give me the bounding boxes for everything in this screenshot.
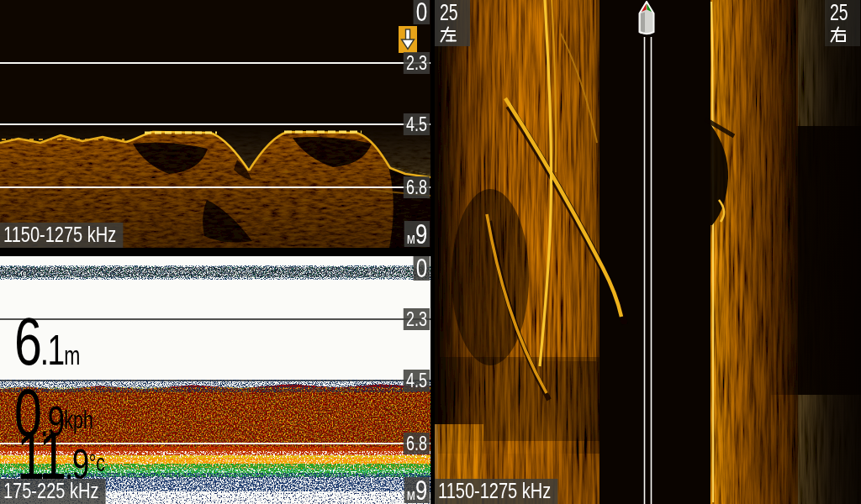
downscan-sonar-image bbox=[0, 0, 430, 248]
depth-scale-0: 0 bbox=[413, 0, 430, 24]
range-badge-right: 25 bbox=[825, 0, 860, 46]
panel-2d-sonar[interactable]: 6.1m 0.9kph 11.9°c 0 2.3 4.5 6.8 м9 175-… bbox=[0, 256, 430, 504]
right-kanji-icon bbox=[830, 26, 847, 43]
down-arrow-icon[interactable] bbox=[399, 26, 417, 53]
depth-scale-1-label: 2.3 bbox=[406, 52, 427, 74]
panel-sidescan[interactable]: 25 25 1150-1275 kHz bbox=[430, 0, 861, 504]
boat-icon bbox=[636, 1, 658, 36]
depth-scale-3: 6.8 bbox=[404, 176, 430, 198]
depth-max-label: 9 bbox=[415, 475, 427, 504]
depth-scale-max: м9 bbox=[404, 221, 430, 247]
depth-scale-2-label: 4.5 bbox=[406, 113, 427, 135]
depth-scale-2-label: 4.5 bbox=[406, 370, 427, 391]
depth-scale-0-label: 0 bbox=[415, 256, 426, 283]
depth-unit-label: м bbox=[406, 229, 415, 247]
depth-scale-3-label: 6.8 bbox=[406, 176, 427, 198]
sonar-display: 0 2.3 4.5 6.8 м9 1150-1275 kHz bbox=[0, 0, 861, 504]
depth-scale-1-label: 2.3 bbox=[406, 308, 427, 330]
depth-scale-0-label: 0 bbox=[415, 0, 426, 27]
boat-glyph bbox=[636, 1, 658, 36]
depth-value-dec: .1 bbox=[40, 327, 64, 374]
range-right-value: 25 bbox=[830, 1, 848, 24]
depth-scale-2: 4.5 bbox=[404, 113, 430, 135]
depth-value-unit: m bbox=[64, 341, 80, 370]
down-arrow-glyph bbox=[399, 26, 417, 53]
range-badge-left: 25 bbox=[435, 0, 470, 46]
depth-max-label: 9 bbox=[415, 218, 427, 248]
depth-scale-max: м9 bbox=[404, 477, 430, 503]
frequency-badge-sidescan: 1150-1275 kHz bbox=[435, 479, 557, 504]
depth-readout: 6.1m bbox=[14, 308, 80, 375]
depth-scale-3: 6.8 bbox=[404, 433, 430, 454]
left-kanji-icon bbox=[440, 26, 457, 43]
frequency-badge-2d: 175-225 kHz bbox=[0, 479, 105, 504]
depth-scale-1: 2.3 bbox=[404, 52, 430, 74]
range-left-value: 25 bbox=[440, 1, 458, 24]
temp-value-unit: °c bbox=[89, 449, 105, 476]
depth-unit-label: м bbox=[406, 486, 415, 503]
depth-scale-1: 2.3 bbox=[404, 308, 430, 330]
sidescan-sonar-image bbox=[435, 0, 861, 504]
depth-scale-2: 4.5 bbox=[404, 370, 430, 391]
depth-scale-0: 0 bbox=[413, 256, 430, 281]
panel-divider bbox=[0, 248, 430, 256]
depth-value-int: 6 bbox=[14, 304, 40, 379]
panel-downscan[interactable]: 0 2.3 4.5 6.8 м9 1150-1275 kHz bbox=[0, 0, 430, 248]
frequency-badge-downscan: 1150-1275 kHz bbox=[0, 223, 123, 248]
depth-scale-3-label: 6.8 bbox=[406, 433, 427, 454]
